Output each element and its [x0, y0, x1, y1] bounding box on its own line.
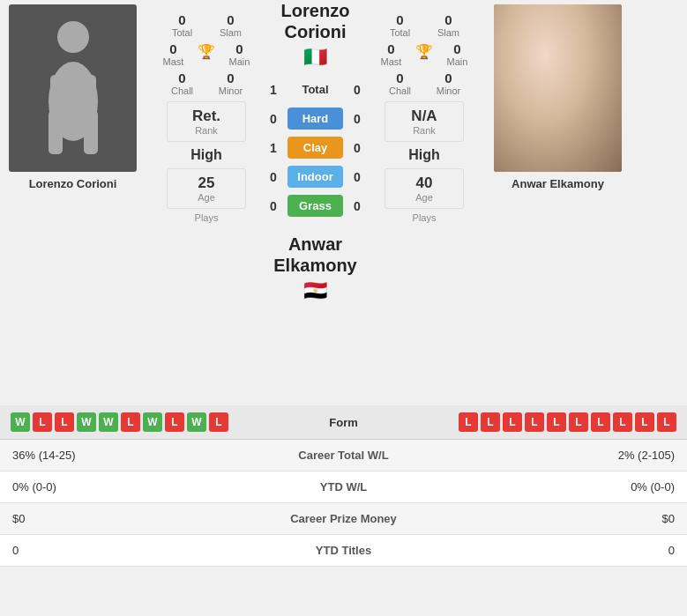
prize-row: $0 Career Prize Money $0: [0, 503, 687, 535]
court-row-hard: 0 Hard 0: [265, 105, 366, 132]
form-section: WLLWWLWLWL Form LLLLLLLLLL: [0, 405, 687, 440]
form-badge-p2: L: [525, 412, 544, 432]
svg-point-13: [565, 57, 578, 66]
player2-rank-info: N/A Rank High 40 Age Plays: [367, 101, 482, 223]
career-wl-label: Career Total W/L: [241, 440, 447, 471]
svg-point-8: [518, 57, 597, 145]
form-badge-p1: L: [121, 412, 140, 432]
player1-flag: 🇮🇹: [303, 46, 327, 69]
svg-rect-3: [84, 110, 98, 154]
right-player-column: Anwar Elkamony 0 Total 0 Slam 0: [366, 0, 631, 405]
player2-form-badges: LLLLLLLLLL: [459, 412, 676, 432]
ytd-titles-row: 0 YTD Titles 0: [0, 535, 687, 567]
player2-rank-box: N/A Rank: [385, 101, 464, 142]
player1-silhouette: [38, 18, 108, 159]
ytd-titles-label: YTD Titles: [241, 535, 447, 567]
form-badge-p2: L: [657, 412, 676, 432]
player1-high: High: [190, 147, 222, 163]
form-badge-p2: L: [569, 412, 588, 432]
form-badge-p2: L: [591, 412, 610, 432]
svg-point-0: [57, 21, 89, 53]
middle-column: Lorenzo Corioni 🇮🇹 1 Total 0 0 Hard 0: [265, 0, 366, 405]
form-badge-p1: L: [165, 412, 184, 432]
form-badge-p1: W: [187, 412, 206, 432]
svg-rect-2: [49, 110, 63, 154]
svg-point-7: [526, 22, 588, 93]
player1-details: 0 Total 0 Slam 0 Mast 🏆: [146, 0, 267, 405]
player2-ytd-wl: 0% (0-0): [446, 471, 687, 503]
player2-flag: 🇪🇬: [303, 279, 327, 302]
player1-minor: 0 Minor: [206, 71, 255, 96]
court-row-clay: 1 Clay 0: [265, 134, 366, 161]
player1-age-box: 25 Age: [167, 168, 246, 209]
bottom-stats-table: 36% (14-25) Career Total W/L 2% (2-105) …: [0, 440, 687, 567]
svg-rect-9: [518, 93, 598, 172]
player2-photo-section: Anwar Elkamony: [485, 0, 631, 405]
court-stats: 1 Total 0 0 Hard 0 1 Clay 0 0: [265, 76, 366, 219]
player2-minor: 0 Minor: [424, 71, 473, 96]
player1-stats-row2: 0 Mast 🏆 0 Main: [149, 41, 264, 67]
form-badge-p1: W: [143, 412, 162, 432]
player2-name-top: Anwar Elkamony: [273, 234, 356, 276]
court-row-total: 1 Total 0: [265, 76, 366, 103]
player2-mast: 0 Mast: [367, 41, 415, 67]
player2-ytd-titles: 0: [446, 535, 687, 567]
form-badge-p1: L: [33, 412, 52, 432]
player1-prize: $0: [0, 503, 241, 535]
player1-career-wl: 36% (14-25): [0, 440, 241, 471]
player1-rank-box: Ret. Rank: [167, 101, 246, 142]
form-badge-p1: L: [55, 412, 74, 432]
player1-stats-row3: 0 Chall 0 Minor: [158, 71, 255, 96]
form-badge-p2: L: [635, 412, 654, 432]
player1-mast: 0 Mast: [149, 41, 198, 67]
player2-main: 0 Main: [433, 41, 482, 67]
player2-photo-svg: [494, 4, 622, 172]
player2-stats-row3: 0 Chall 0 Minor: [376, 71, 473, 96]
svg-point-12: [538, 57, 550, 66]
svg-rect-6: [494, 4, 622, 172]
svg-point-15: [569, 59, 575, 65]
player2-plays-label: Plays: [413, 212, 437, 223]
player2-name-below-photo: Anwar Elkamony: [512, 177, 604, 190]
main-container: Lorenzo Corioni 0 Total 0 Slam 0: [0, 0, 687, 567]
ytd-wl-row: 0% (0-0) YTD W/L 0% (0-0): [0, 471, 687, 503]
svg-rect-11: [512, 40, 604, 47]
court-hard-label: Hard: [287, 108, 343, 130]
player1-ytd-titles: 0: [0, 535, 241, 567]
player1-form-badges: WLLWWLWLWL: [11, 412, 228, 432]
form-badge-p2: L: [481, 412, 500, 432]
player1-photo: [9, 4, 137, 172]
player2-stats-row2: 0 Mast 🏆 0 Main: [367, 41, 482, 67]
player1-total: 0 Total: [158, 12, 206, 38]
svg-rect-4: [50, 75, 61, 110]
player-comparison: Lorenzo Corioni 0 Total 0 Slam 0: [0, 0, 687, 405]
player2-slam: 0 Slam: [424, 12, 473, 38]
svg-rect-5: [86, 75, 96, 110]
svg-rect-10: [520, 26, 595, 42]
form-badge-p2: L: [547, 412, 566, 432]
player1-slam: 0 Slam: [206, 12, 255, 38]
court-clay-label: Clay: [287, 137, 343, 159]
player1-stats-row1: 0 Total 0 Slam: [158, 12, 255, 38]
form-badge-p2: L: [459, 412, 478, 432]
player1-rank-info: Ret. Rank High 25 Age Plays: [149, 101, 264, 223]
form-badge-p1: W: [77, 412, 96, 432]
player1-ytd-wl: 0% (0-0): [0, 471, 241, 503]
court-total-label: Total: [287, 78, 343, 100]
court-grass-label: Grass: [287, 195, 343, 217]
ytd-wl-label: YTD W/L: [241, 471, 447, 503]
player2-chall: 0 Chall: [376, 71, 424, 96]
form-label: Form: [329, 416, 358, 429]
svg-point-14: [541, 59, 548, 65]
form-badge-p2: L: [613, 412, 632, 432]
player2-stats-row1: 0 Total 0 Slam: [376, 12, 473, 38]
player2-prize: $0: [446, 503, 687, 535]
player2-age-box: 40 Age: [385, 168, 464, 209]
career-wl-row: 36% (14-25) Career Total W/L 2% (2-105): [0, 440, 687, 471]
form-badge-p2: L: [503, 412, 522, 432]
player2-trophy: 🏆: [415, 41, 433, 60]
player1-chall: 0 Chall: [158, 71, 206, 96]
player2-career-wl: 2% (2-105): [446, 440, 687, 471]
court-row-grass: 0 Grass 0: [265, 192, 366, 219]
player1-name-below-photo: Lorenzo Corioni: [29, 177, 117, 190]
